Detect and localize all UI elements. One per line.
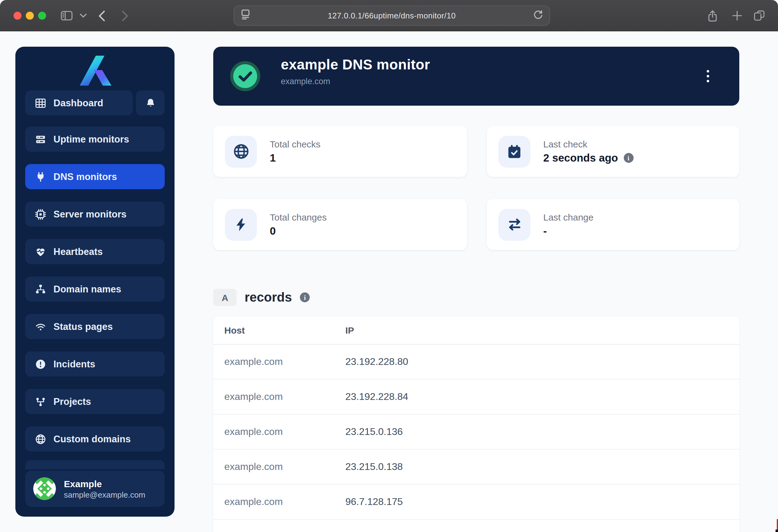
window-controls — [13, 12, 46, 20]
stat-value: 2 seconds ago — [543, 152, 618, 164]
info-icon[interactable]: i — [300, 292, 310, 302]
forward-button[interactable] — [122, 0, 129, 31]
bolt-icon — [225, 208, 257, 241]
ip-cell: 23.215.0.136 — [345, 426, 739, 437]
sidebar-item-label: Uptime monitors — [54, 134, 129, 145]
info-icon[interactable]: i — [623, 153, 633, 163]
tab-group-chevron-button[interactable] — [80, 0, 87, 31]
sidebar-item-uptime-monitors[interactable]: Uptime monitors — [25, 126, 165, 152]
sidebar-item-label: Incidents — [54, 358, 95, 369]
wifi-icon — [35, 321, 46, 332]
server-stack-icon — [35, 134, 46, 145]
tab-overview-button[interactable] — [754, 0, 765, 31]
share-button[interactable] — [707, 0, 718, 31]
globe-icon — [225, 136, 257, 167]
monitor-header-card: example DNS monitor example.com — [213, 47, 739, 106]
heart-pulse-icon — [35, 246, 46, 257]
stat-label: Last check — [543, 139, 633, 149]
stat-label: Total checks — [270, 139, 320, 149]
sidebar-item-projects[interactable]: Projects — [25, 389, 165, 414]
close-window-button[interactable] — [13, 12, 21, 20]
url-text[interactable]: 127.0.0.1/66uptime/dns-monitor/10 — [250, 11, 533, 20]
main-content: example DNS monitor example.com Total ch… — [213, 47, 739, 532]
page-settings-button[interactable] — [241, 9, 250, 22]
uptime-logo-icon — [76, 55, 114, 86]
notifications-button[interactable] — [136, 90, 165, 115]
sidebar-toggle-icon — [61, 10, 73, 21]
records-table: Host IP example.com 23.192.228.80 exampl… — [213, 317, 739, 532]
share-nodes-icon — [35, 396, 46, 407]
sidebar-item-label: DNS monitors — [54, 171, 117, 182]
column-header-host: Host — [213, 325, 345, 335]
back-button[interactable] — [98, 0, 105, 31]
zoom-window-button[interactable] — [38, 12, 46, 20]
reload-button[interactable] — [533, 9, 543, 22]
reader-icon — [241, 9, 250, 20]
sidebar-item-domain-names[interactable]: Domain names — [25, 276, 165, 301]
new-tab-button[interactable] — [732, 0, 743, 31]
user-email: sample@example.com — [64, 490, 145, 499]
records-title: records — [245, 290, 292, 305]
host-cell: example.com — [213, 356, 345, 367]
address-bar[interactable]: 127.0.0.1/66uptime/dns-monitor/10 — [234, 6, 550, 26]
status-up-icon — [230, 61, 260, 94]
calendar-check-icon — [498, 136, 530, 167]
sidebar-item-partial[interactable] — [25, 460, 165, 469]
table-row: example.com 23.215.0.138 — [213, 450, 739, 485]
sidebar-item-dashboard[interactable]: Dashboard — [25, 90, 133, 115]
sidebar-item-dns-monitors[interactable]: DNS monitors — [25, 164, 165, 189]
avatar — [33, 477, 56, 500]
table-row: example.com 23.192.228.80 — [213, 345, 739, 380]
host-cell: example.com — [213, 391, 345, 403]
sidebar-item-label: Status pages — [54, 321, 113, 332]
sitemap-icon — [35, 283, 46, 294]
cpu-icon — [35, 208, 46, 219]
sidebar-item-label: Heartbeats — [54, 246, 103, 257]
dashboard-grid-icon — [35, 97, 46, 108]
sidebar-item-label: Dashboard — [54, 97, 103, 108]
stat-card-last-check: Last check 2 seconds ago i — [487, 126, 739, 177]
sidebar-item-incidents[interactable]: Incidents — [25, 351, 165, 376]
stat-value: 0 — [270, 225, 276, 238]
sidebar-item-server-monitors[interactable]: Server monitors — [25, 201, 165, 227]
sidebar-nav: Uptime monitors DNS monitors — [25, 126, 165, 451]
sidebar: Dashboard Uptime — [15, 47, 174, 517]
arrows-right-left-icon — [498, 208, 530, 241]
stat-value: 1 — [270, 152, 276, 164]
stat-value: - — [543, 225, 547, 238]
kebab-dot — [707, 80, 709, 83]
bell-icon — [145, 98, 155, 108]
table-row: example.com 96.7.128.198 — [213, 520, 739, 532]
monitor-domain: example.com — [281, 77, 430, 86]
sidebar-item-status-pages[interactable]: Status pages — [25, 314, 165, 339]
sidebar-item-label: Projects — [54, 396, 91, 407]
table-row: example.com 23.192.228.84 — [213, 380, 739, 415]
sidebar-toggle-button[interactable] — [61, 0, 73, 31]
monitor-title: example DNS monitor — [281, 57, 430, 73]
plus-icon — [732, 10, 743, 21]
stat-card-last-change: Last change - — [487, 199, 739, 250]
globe-icon — [35, 433, 46, 444]
host-cell: example.com — [213, 497, 345, 508]
ip-cell: 96.7.128.175 — [345, 497, 739, 508]
table-row: example.com 96.7.128.175 — [213, 485, 739, 520]
kebab-dot — [707, 75, 709, 78]
records-section-header: A records i — [213, 289, 739, 306]
app-page: Dashboard Uptime — [0, 31, 778, 532]
sidebar-item-heartbeats[interactable]: Heartbeats — [25, 239, 165, 264]
browser-window: 127.0.0.1/66uptime/dns-monitor/10 — [0, 0, 778, 532]
column-header-ip: IP — [345, 325, 739, 335]
minimize-window-button[interactable] — [26, 12, 34, 20]
exclamation-circle-icon — [35, 358, 46, 369]
screen-edge-artifact — [777, 519, 778, 530]
ip-cell: 23.192.228.84 — [345, 391, 739, 403]
kebab-dot — [707, 70, 709, 73]
ip-cell: 23.215.0.138 — [345, 461, 739, 472]
sidebar-item-custom-domains[interactable]: Custom domains — [25, 426, 165, 451]
host-cell: example.com — [213, 461, 345, 472]
sidebar-item-label: Custom domains — [54, 433, 131, 444]
tabs-icon — [754, 10, 765, 21]
user-card[interactable]: Example sample@example.com — [25, 470, 165, 507]
screen-corner-artifact — [776, 530, 778, 532]
header-menu-button[interactable] — [701, 68, 715, 85]
